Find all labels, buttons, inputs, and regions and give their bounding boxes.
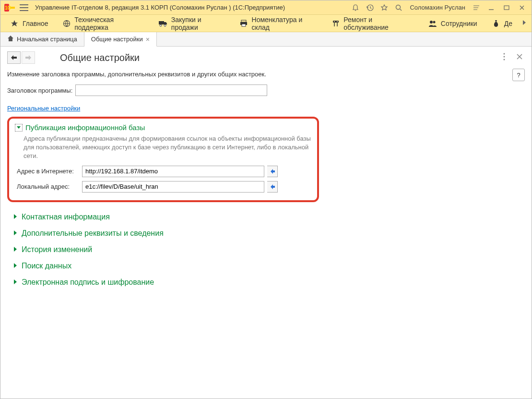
svg-point-8 — [160, 24, 162, 26]
svg-point-20 — [504, 59, 505, 60]
bell-icon[interactable] — [350, 2, 361, 13]
svg-rect-13 — [333, 21, 339, 23]
section-title: Публикация информационной базы — [25, 123, 145, 132]
app-title-label: Заголовок программы: — [7, 87, 72, 94]
local-address-input[interactable] — [82, 181, 264, 193]
help-button[interactable]: ? — [512, 69, 525, 81]
section-crypto[interactable]: Электронная подпись и шифрование — [13, 274, 525, 290]
toolbar-item-label: Техническая поддержка — [74, 16, 144, 31]
more-icon[interactable] — [499, 51, 509, 62]
toolbar-item-label: Ремонт и обслуживание — [343, 16, 414, 31]
chevron-right-icon — [13, 230, 18, 237]
chevron-right-icon — [13, 278, 18, 286]
star-filled-icon — [10, 19, 19, 28]
tab-label: Начальная страница — [17, 36, 77, 43]
svg-point-4 — [396, 5, 401, 9]
app-logo-icon: 1С — [4, 3, 16, 12]
section-header-publication[interactable]: Публикация информационной базы — [15, 123, 311, 132]
section-change-history[interactable]: История изменений — [13, 242, 525, 258]
toolbar-repair[interactable]: Ремонт и обслуживание — [325, 14, 421, 33]
svg-rect-12 — [242, 24, 246, 26]
nav-back-button[interactable] — [7, 51, 21, 64]
svg-point-19 — [504, 56, 505, 58]
internet-address-input[interactable] — [82, 166, 264, 177]
tab-label: Общие настройки — [91, 36, 143, 43]
help-label: ? — [517, 72, 520, 79]
user-name[interactable]: Соломахин Руслан — [410, 4, 465, 11]
local-address-pick-button[interactable] — [267, 181, 278, 193]
chevron-down-icon — [15, 124, 23, 132]
svg-rect-7 — [159, 21, 164, 24]
window-title: Управление IT-отделом 8, редакция 3.1 КО… — [35, 4, 285, 11]
chevron-right-icon — [13, 246, 18, 254]
globe-icon — [63, 19, 71, 28]
close-button[interactable] — [516, 2, 528, 13]
titlebar: 1С Управление IT-отделом 8, редакция 3.1… — [0, 0, 532, 15]
toolbar-item-label: Главное — [23, 20, 48, 27]
page-area: Общие настройки Изменение заголовка прог… — [0, 47, 532, 399]
toolbar-support[interactable]: Техническая поддержка — [56, 14, 151, 33]
chevron-right-icon — [13, 262, 18, 270]
svg-point-16 — [430, 21, 433, 24]
nav-forward-button[interactable] — [22, 51, 35, 64]
section-label: Контактная информация — [22, 213, 110, 221]
section-data-search[interactable]: Поиск данных — [13, 258, 525, 274]
collapsible-sections: Контактная информация Дополнительные рек… — [13, 209, 525, 290]
toolbar-item-label: Сотрудники — [441, 20, 477, 27]
internet-address-pick-button[interactable] — [267, 166, 278, 177]
toolbar-item-label: Закупки и продажи — [171, 16, 225, 31]
settings-lines-icon[interactable] — [471, 2, 482, 13]
svg-point-15 — [337, 21, 338, 22]
publication-section-highlight: Публикация информационной базы Адреса пу… — [7, 117, 319, 202]
section-label: Дополнительные реквизиты и сведения — [22, 229, 164, 238]
close-icon[interactable]: × — [146, 36, 150, 43]
svg-rect-5 — [504, 6, 509, 10]
internet-address-label: Адрес в Интернете: — [17, 168, 79, 175]
tab-general-settings[interactable]: Общие настройки × — [84, 32, 157, 47]
svg-rect-2 — [10, 7, 15, 9]
toolbar-item-label: Номенклатура и склад — [252, 16, 318, 31]
toolbar-home[interactable]: Главное — [3, 17, 55, 30]
wrench-icon — [332, 19, 340, 28]
toolbar-finance[interactable]: Де — [485, 17, 519, 30]
svg-point-17 — [433, 21, 435, 23]
publication-description: Адреса публикации предназначены для форм… — [24, 134, 311, 161]
money-bag-icon — [492, 19, 500, 28]
maximize-button[interactable] — [501, 2, 512, 13]
page-close-icon[interactable] — [514, 51, 525, 62]
main-toolbar: Главное Техническая поддержка Закупки и … — [0, 15, 532, 32]
toolbar-staff[interactable]: Сотрудники — [422, 17, 484, 30]
toolbar-stock[interactable]: Номенклатура и склад — [233, 14, 324, 33]
tabbar: Начальная страница Общие настройки × — [0, 32, 532, 47]
section-label: Электронная подпись и шифрование — [22, 278, 154, 287]
local-address-label: Локальный адрес: — [17, 183, 79, 190]
svg-rect-10 — [241, 20, 246, 22]
page-subtitle: Изменение заголовка программы, дополните… — [7, 71, 525, 78]
section-label: История изменений — [22, 245, 92, 254]
section-label: Поиск данных — [22, 262, 71, 270]
search-icon[interactable] — [393, 2, 404, 13]
toolbar-item-label: Де — [504, 20, 512, 27]
history-icon[interactable] — [365, 2, 375, 13]
toolbar-purchases[interactable]: Закупки и продажи — [152, 14, 232, 33]
truck-icon — [159, 19, 167, 28]
printer-icon — [240, 19, 248, 28]
section-contact-info[interactable]: Контактная информация — [13, 209, 525, 225]
section-additional-props[interactable]: Дополнительные реквизиты и сведения — [13, 225, 525, 242]
svg-point-14 — [334, 21, 335, 22]
star-icon[interactable] — [379, 2, 390, 13]
svg-point-18 — [504, 53, 505, 55]
svg-point-9 — [164, 24, 166, 26]
minimize-button[interactable] — [485, 2, 497, 13]
page-title: Общие настройки — [60, 52, 140, 63]
people-icon — [428, 19, 437, 28]
chevron-right-icon — [13, 213, 18, 221]
toolbar-scroll-right-icon[interactable] — [520, 18, 529, 29]
hamburger-icon[interactable] — [20, 4, 28, 11]
home-icon — [7, 35, 14, 43]
app-title-input[interactable] — [75, 85, 267, 96]
regional-settings-link[interactable]: Региональные настройки — [7, 105, 80, 112]
svg-text:1С: 1С — [5, 5, 11, 11]
tab-home[interactable]: Начальная страница — [0, 32, 84, 46]
